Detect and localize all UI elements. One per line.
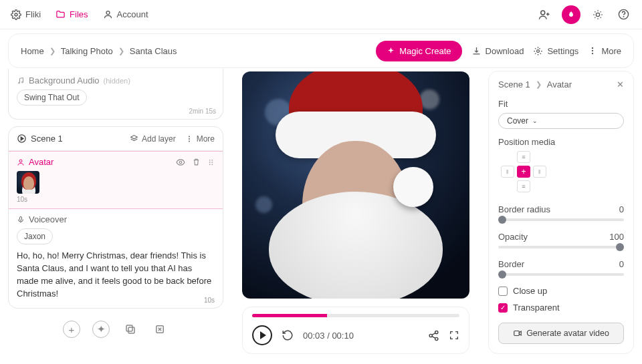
magic-create-button[interactable]: Magic Create: [376, 41, 461, 61]
panel-bc-scene[interactable]: Scene 1: [498, 79, 530, 89]
folder-icon: [56, 9, 66, 19]
svg-marker-48: [519, 331, 521, 335]
pos-center[interactable]: +: [517, 166, 530, 178]
fit-select[interactable]: Cover ⌄: [498, 113, 624, 129]
play-button[interactable]: [252, 325, 272, 345]
share-icon: [428, 330, 439, 341]
play-circle-icon: [17, 134, 27, 144]
generate-avatar-button[interactable]: Generate avatar video: [498, 323, 624, 344]
svg-point-34: [209, 164, 211, 165]
theme-toggle[interactable]: [590, 7, 606, 23]
border-label: Border: [498, 259, 524, 269]
duplicate-scene-button[interactable]: [122, 321, 139, 338]
invite-icon[interactable]: [536, 7, 552, 23]
add-magic-scene-button[interactable]: ✦: [92, 321, 110, 338]
svg-point-27: [189, 140, 190, 142]
svg-point-33: [211, 162, 213, 163]
user-icon: [103, 9, 113, 19]
close-panel-button[interactable]: ✕: [617, 79, 624, 89]
bg-audio-track[interactable]: Swing That Out: [17, 89, 87, 106]
chevron-right-icon: ❯: [49, 47, 56, 55]
script-text[interactable]: Ho, ho, ho! Merry Christmas, dear friend…: [17, 250, 215, 300]
svg-line-46: [432, 336, 435, 338]
pos-right[interactable]: ⦀: [533, 166, 546, 178]
svg-point-43: [429, 334, 432, 337]
svg-line-13: [601, 11, 601, 12]
profile-avatar[interactable]: [562, 5, 580, 24]
panel-bc-layer[interactable]: Avatar: [547, 79, 572, 89]
trash-icon[interactable]: [192, 158, 201, 166]
settings-button[interactable]: Settings: [533, 46, 578, 56]
svg-rect-47: [514, 331, 520, 336]
drag-handle-icon[interactable]: [207, 158, 215, 167]
voiceover-layer[interactable]: Voiceover Jaxon Ho, ho, ho! Merry Christ…: [9, 209, 223, 308]
play-icon: [260, 331, 266, 339]
border-value: 0: [619, 259, 624, 269]
fit-label: Fit: [498, 99, 624, 109]
chevron-right-icon: ❯: [536, 80, 542, 89]
svg-line-11: [601, 17, 601, 17]
avatar-duration: 10s: [17, 196, 215, 203]
avatar-layer[interactable]: Avatar 10s: [9, 151, 223, 209]
svg-point-15: [623, 17, 624, 17]
transparent-checkbox[interactable]: ✓ Transparent: [498, 303, 624, 313]
bg-audio-duration: 2min 15s: [189, 108, 216, 115]
sparkle-icon: [387, 47, 395, 55]
border-radius-value: 0: [619, 204, 624, 214]
svg-point-31: [211, 159, 213, 160]
delete-scene-button[interactable]: [151, 321, 169, 338]
background-audio-card[interactable]: Background Audio (hidden) Swing That Out…: [8, 69, 223, 120]
svg-point-18: [592, 50, 593, 51]
nav-account[interactable]: Account: [103, 9, 148, 19]
fullscreen-button[interactable]: [449, 330, 459, 341]
pos-bottom[interactable]: ≡: [517, 180, 530, 192]
opacity-value: 100: [609, 232, 624, 242]
bc-project[interactable]: Talking Photo: [61, 46, 113, 56]
bc-home[interactable]: Home: [21, 46, 44, 56]
vo-duration: 10s: [204, 297, 215, 304]
pos-left[interactable]: ⦀: [501, 166, 514, 178]
preview-canvas[interactable]: [242, 71, 469, 299]
svg-point-35: [211, 164, 213, 165]
app-logo[interactable]: Fliki: [11, 9, 41, 20]
gear-icon: [11, 9, 21, 20]
timecode: 00:03 / 00:10: [303, 331, 354, 341]
mic-icon: [17, 216, 25, 224]
svg-point-0: [15, 13, 17, 16]
nav-files[interactable]: Files: [56, 9, 88, 19]
scene-more-button[interactable]: More: [185, 134, 215, 144]
border-radius-slider[interactable]: [498, 218, 624, 221]
pos-top[interactable]: ≡: [517, 151, 530, 163]
svg-point-32: [209, 162, 211, 163]
svg-point-19: [592, 53, 593, 54]
scene-title[interactable]: Scene 1: [17, 134, 63, 144]
svg-point-30: [209, 159, 211, 160]
share-button[interactable]: [428, 330, 439, 341]
opacity-slider[interactable]: [498, 246, 624, 248]
more-button[interactable]: More: [588, 46, 621, 56]
progress-fill: [252, 314, 327, 317]
help-icon[interactable]: [615, 7, 631, 23]
closeup-checkbox[interactable]: Close up: [498, 286, 624, 296]
progress-track[interactable]: [252, 314, 459, 317]
voice-selector[interactable]: Jaxon: [17, 228, 53, 244]
eye-icon[interactable]: [176, 158, 185, 167]
svg-point-17: [592, 47, 593, 49]
add-layer-button[interactable]: Add layer: [130, 134, 176, 144]
bc-file[interactable]: Santa Claus: [130, 46, 177, 56]
replay-button[interactable]: [282, 329, 294, 341]
download-button[interactable]: Download: [471, 46, 524, 56]
border-slider[interactable]: [498, 273, 624, 276]
checkbox-icon: [498, 287, 508, 296]
svg-point-20: [19, 82, 20, 83]
player-bar: 00:03 / 00:10: [242, 307, 469, 354]
svg-point-5: [596, 13, 599, 16]
properties-panel: Scene 1 ❯ Avatar ✕ Fit Cover ⌄ Position …: [488, 71, 634, 354]
svg-point-42: [435, 331, 438, 333]
svg-rect-38: [126, 325, 132, 331]
scene-card: Scene 1 Add layer More Avatar: [8, 126, 223, 309]
more-vertical-icon: [588, 46, 597, 55]
avatar-thumbnail[interactable]: [17, 171, 39, 194]
opacity-label: Opacity: [498, 232, 528, 242]
add-scene-button[interactable]: +: [63, 321, 80, 338]
